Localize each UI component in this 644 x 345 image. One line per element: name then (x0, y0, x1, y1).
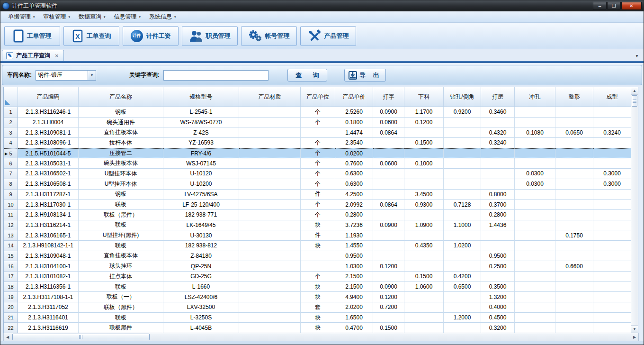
table-cell[interactable] (555, 200, 593, 210)
table-cell[interactable] (515, 190, 555, 200)
table-row[interactable]: 222.1.3.H3116619联板黑件L-4045B块0.47000.1500… (4, 323, 631, 333)
table-cell[interactable]: U型挂环本体 (79, 169, 163, 179)
row-number[interactable]: 2 (4, 118, 18, 128)
table-cell[interactable]: 2.1.3.H3106165-1 (18, 230, 79, 241)
table-cell[interactable] (555, 148, 593, 159)
horizontal-scrollbar[interactable]: ◀ ▶ (3, 333, 639, 341)
table-cell[interactable]: 挂点本体 (79, 272, 163, 282)
table-cell[interactable]: 2.1.3.H3116619 (18, 323, 79, 333)
table-cell[interactable]: 0.7128 (444, 200, 481, 210)
table-cell[interactable]: 2.1.3.H3109081-1 (18, 127, 79, 138)
table-cell[interactable]: 2.1.3.H3105031-1 (18, 158, 79, 169)
table-cell[interactable] (555, 220, 593, 231)
table-cell[interactable]: WS-7&WS-0770 (163, 118, 239, 128)
chevron-down-icon[interactable]: ▼ (88, 71, 96, 80)
table-cell[interactable] (239, 200, 301, 210)
table-cell[interactable] (444, 158, 481, 169)
table-cell[interactable]: 件 (301, 230, 335, 241)
table-cell[interactable]: 0.6600 (555, 261, 593, 272)
table-cell[interactable]: 个 (301, 138, 335, 148)
table-cell[interactable] (481, 118, 515, 128)
row-number[interactable]: 14 (4, 241, 18, 251)
table-cell[interactable] (444, 179, 481, 190)
table-cell[interactable]: 1.4474 (335, 127, 373, 138)
table-cell[interactable] (373, 313, 404, 323)
vertical-scrollbar[interactable]: ▲ ▼ (631, 87, 638, 333)
table-cell[interactable]: 0.1500 (373, 323, 404, 333)
table-cell[interactable] (555, 138, 593, 148)
table-cell[interactable]: 0.1500 (404, 138, 444, 148)
table-cell[interactable]: 0.0300 (515, 179, 555, 190)
table-cell[interactable]: FRY-4/6 (163, 148, 239, 159)
table-cell[interactable]: 个 (301, 200, 335, 210)
table-cell[interactable]: 2.1.3.H3106508-1 (18, 179, 79, 190)
table-cell[interactable] (481, 179, 515, 190)
table-cell[interactable]: 0.8000 (481, 190, 515, 200)
column-header[interactable]: 钻孔/倒角 (444, 87, 481, 107)
table-cell[interactable]: 2.1500 (335, 272, 373, 282)
column-header[interactable]: 成型 (593, 87, 631, 107)
table-cell[interactable]: 0.1000 (404, 158, 444, 169)
table-cell[interactable]: 个 (301, 179, 335, 190)
table-cell[interactable] (593, 323, 631, 333)
table-cell[interactable] (444, 292, 481, 302)
table-cell[interactable] (239, 107, 301, 118)
table-cell[interactable]: 联板黑件 (79, 323, 163, 333)
table-cell[interactable] (515, 251, 555, 262)
table-cell[interactable]: 0.1200 (373, 292, 404, 302)
table-cell[interactable] (555, 251, 593, 262)
table-row[interactable]: 42.1.3.H3108096-1拉杆本体YZ-16593个2.35400.15… (4, 138, 631, 148)
table-cell[interactable]: U-30130 (163, 230, 239, 241)
table-row[interactable]: 192.1.3.H3117108-1-1联板（一）LSZ-42400/6块4.9… (4, 292, 631, 302)
table-cell[interactable]: 2.1.3.H9108142-1-1 (18, 241, 79, 251)
table-cell[interactable] (404, 230, 444, 241)
row-number[interactable]: 12 (4, 220, 18, 231)
table-cell[interactable]: 0.0864 (373, 127, 404, 138)
table-cell[interactable] (239, 230, 301, 241)
table-cell[interactable] (515, 138, 555, 148)
table-cell[interactable] (593, 230, 631, 241)
table-cell[interactable]: 0.4000 (481, 302, 515, 313)
table-cell[interactable] (555, 118, 593, 128)
column-header[interactable]: 规格型号 (163, 87, 239, 107)
table-cell[interactable]: 1.0900 (404, 220, 444, 231)
table-cell[interactable] (404, 313, 444, 323)
table-cell[interactable]: 联板 (79, 200, 163, 210)
table-cell[interactable]: 0.4320 (481, 127, 515, 138)
table-cell[interactable] (373, 230, 404, 241)
table-cell[interactable] (555, 313, 593, 323)
table-cell[interactable]: 0.0900 (373, 107, 404, 118)
tab-close-icon[interactable]: × (55, 52, 59, 59)
table-cell[interactable]: 1.0200 (444, 241, 481, 251)
row-number[interactable]: 3 (4, 127, 18, 138)
table-row[interactable]: 142.1.3.H9108142-1-1联板182 938-812块1.4550… (4, 241, 631, 251)
tab-list-dropdown-icon[interactable]: ▼ (635, 54, 639, 58)
table-cell[interactable]: 联板（一） (79, 292, 163, 302)
table-row[interactable]: 72.1.3.H3106502-1U型挂环本体U-10120个0.63000.0… (4, 169, 631, 179)
table-cell[interactable] (404, 292, 444, 302)
table-cell[interactable]: 个 (301, 169, 335, 179)
table-cell[interactable] (239, 158, 301, 169)
table-cell[interactable]: 2.0992 (335, 200, 373, 210)
vertical-scroll-thumb[interactable] (632, 95, 637, 107)
table-cell[interactable]: 0.2500 (481, 261, 515, 272)
table-cell[interactable]: Z-84180 (163, 251, 239, 262)
table-cell[interactable] (555, 107, 593, 118)
table-cell[interactable]: 2.1.3.H3117108-1-1 (18, 292, 79, 302)
table-cell[interactable]: 0.3460 (481, 107, 515, 118)
table-row[interactable]: 32.1.3.H3109081-1直角挂板本体Z-42S1.44740.0864… (4, 127, 631, 138)
table-cell[interactable]: 0.3500 (481, 282, 515, 292)
table-cell[interactable]: 联板 (79, 282, 163, 292)
table-cell[interactable] (515, 272, 555, 282)
row-number[interactable]: 15 (4, 251, 18, 262)
table-cell[interactable] (515, 220, 555, 231)
keyword-input[interactable] (163, 70, 268, 81)
table-cell[interactable]: 拉杆本体 (79, 138, 163, 148)
table-cell[interactable]: 0.0600 (373, 118, 404, 128)
table-cell[interactable]: 2.1.3.H3116356-1 (18, 282, 79, 292)
table-cell[interactable]: 1.2000 (444, 313, 481, 323)
table-cell[interactable] (555, 210, 593, 220)
table-cell[interactable]: 0.9300 (404, 200, 444, 210)
table-cell[interactable]: 2.1.3.H3117030-1 (18, 200, 79, 210)
table-cell[interactable]: 球头挂环 (79, 261, 163, 272)
